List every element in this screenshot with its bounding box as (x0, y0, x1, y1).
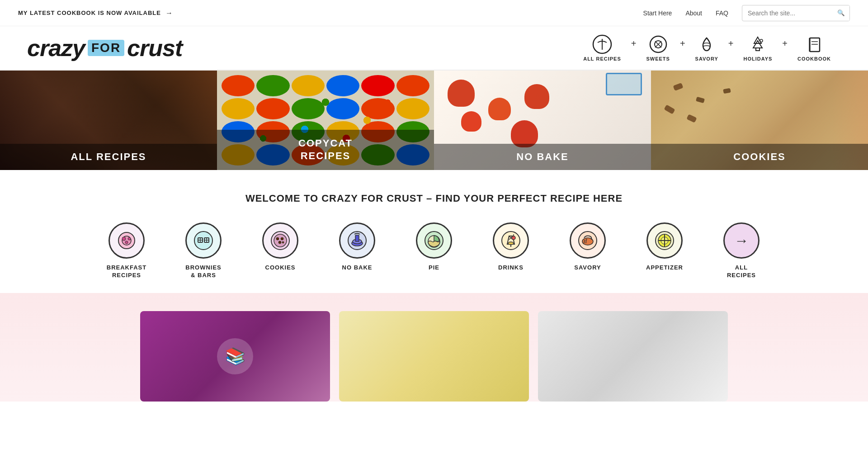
svg-point-16 (125, 241, 128, 244)
savory-icon (697, 34, 717, 54)
holidays-icon (748, 34, 768, 54)
cookies-label: COOKIES (265, 264, 296, 272)
banner-text: MY LATEST COOKBOOK IS NOW AVAILABLE (18, 9, 161, 16)
bottom-section: 📚 (0, 293, 868, 402)
pie-label: PIE (429, 264, 439, 272)
bottom-cards: 📚 (27, 311, 841, 402)
breakfast-label: BREAKFASTRECIPES (107, 264, 146, 279)
category-brownies[interactable]: BROWNIES& BARS (176, 222, 231, 279)
category-breakfast[interactable]: BREAKFASTRECIPES (99, 222, 154, 279)
category-no-bake[interactable]: NO BAKE (330, 222, 384, 272)
nav-all-recipes-label: ALL RECIPES (583, 56, 621, 61)
hero-card-no-bake[interactable]: NO BAKE (434, 71, 651, 170)
nav-sweets[interactable]: SWEETS (636, 31, 679, 65)
svg-rect-8 (810, 38, 820, 52)
all-recipes-icon (592, 34, 612, 54)
svg-rect-33 (355, 235, 359, 241)
faq-link[interactable]: FAQ (716, 9, 728, 17)
appetizer-label: APPETIZER (646, 264, 683, 272)
drinks-icon (493, 222, 529, 259)
all-recipes-cat-label: ALLRECIPES (727, 264, 756, 279)
svg-point-29 (282, 241, 284, 243)
welcome-section: WELCOME TO CRAZY FOR CRUST – FIND YOUR P… (0, 170, 868, 293)
search-icon: 🔍 (837, 9, 845, 16)
no-bake-icon (339, 222, 375, 259)
nav-savory-label: SAVORY (695, 56, 718, 61)
appetizer-icon (646, 222, 683, 259)
svg-rect-6 (756, 48, 760, 51)
svg-point-25 (274, 234, 287, 247)
category-cookies[interactable]: COOKIES (253, 222, 307, 272)
bottom-card-2[interactable] (339, 311, 529, 402)
nav-plus-4: + (782, 38, 788, 49)
site-logo[interactable]: crazy FOR crust (27, 34, 182, 61)
bottom-card-3[interactable] (538, 311, 728, 402)
search-input[interactable] (742, 9, 833, 17)
svg-point-15 (128, 237, 131, 240)
brownies-label: BROWNIES& BARS (185, 264, 222, 279)
cookies-icon (262, 222, 298, 259)
header: crazy FOR crust ALL RECIPES + (0, 26, 868, 71)
banner-announcement[interactable]: MY LATEST COOKBOOK IS NOW AVAILABLE → (18, 9, 173, 17)
svg-point-14 (122, 237, 126, 241)
category-appetizer[interactable]: APPETIZER (637, 222, 692, 272)
cookbook-icon (804, 34, 824, 54)
main-nav: ALL RECIPES + SWEETS + (573, 31, 841, 65)
hero-card-all-recipes[interactable]: ALL RECIPES (0, 71, 217, 170)
nav-holidays[interactable]: HOLIDAYS (733, 31, 782, 65)
logo-for: FOR (88, 40, 124, 56)
nav-cookbook-label: COOKBOOK (797, 56, 831, 61)
svg-point-40 (508, 242, 514, 245)
svg-point-41 (512, 236, 515, 240)
top-banner: MY LATEST COOKBOOK IS NOW AVAILABLE → St… (0, 0, 868, 26)
pie-icon (416, 222, 452, 259)
nav-cookbook[interactable]: COOKBOOK (788, 31, 841, 65)
nav-all-recipes[interactable]: ALL RECIPES (573, 31, 631, 65)
hero-overlay-copycat: COPYCATRECIPES (217, 130, 434, 170)
brownies-icon (185, 222, 222, 259)
breakfast-icon (108, 222, 145, 259)
start-here-link[interactable]: Start Here (643, 9, 672, 17)
hero-card-copycat[interactable]: COPYCATRECIPES (217, 71, 434, 170)
search-box: 🔍 (742, 5, 850, 21)
hero-section: ALL RECIPES (0, 71, 868, 170)
nav-plus-3: + (728, 38, 734, 49)
logo-crust: crust (127, 34, 182, 61)
logo-crazy: crazy (27, 34, 85, 61)
nav-sweets-label: SWEETS (646, 56, 670, 61)
svg-point-28 (278, 241, 281, 244)
category-pie[interactable]: PIE (407, 222, 461, 272)
banner-arrow: → (165, 9, 173, 17)
banner-nav: Start Here About FAQ 🔍 (643, 5, 850, 21)
savory-label: SAVORY (574, 264, 601, 272)
all-recipes-cat-icon: → (723, 222, 760, 259)
savory-icon-cat (570, 222, 606, 259)
svg-point-17 (194, 232, 212, 250)
category-all-recipes[interactable]: → ALLRECIPES (714, 222, 769, 279)
hero-overlay-all-recipes: ALL RECIPES (0, 144, 217, 170)
category-savory[interactable]: SAVORY (561, 222, 615, 272)
hero-card-cookies[interactable]: COOKIES (651, 71, 868, 170)
nav-plus-2: + (680, 38, 685, 49)
svg-point-27 (281, 237, 283, 240)
svg-point-26 (276, 237, 279, 240)
no-bake-label: NO BAKE (342, 264, 373, 272)
nav-plus-1: + (631, 38, 637, 49)
bottom-card-1[interactable]: 📚 (140, 311, 330, 402)
sweets-icon (648, 34, 668, 54)
search-button[interactable]: 🔍 (833, 5, 849, 21)
drinks-label: DRINKS (498, 264, 524, 272)
svg-point-7 (760, 39, 763, 42)
category-icons: BREAKFASTRECIPES BROWNIES& BARS (27, 222, 841, 279)
welcome-title: WELCOME TO CRAZY FOR CRUST – FIND YOUR P… (27, 193, 841, 204)
hero-overlay-no-bake: NO BAKE (434, 144, 651, 170)
about-link[interactable]: About (685, 9, 702, 17)
category-drinks[interactable]: DRINKS (484, 222, 538, 272)
hero-overlay-cookies: COOKIES (651, 144, 868, 170)
nav-holidays-label: HOLIDAYS (743, 56, 772, 61)
nav-savory[interactable]: SAVORY (685, 31, 728, 65)
